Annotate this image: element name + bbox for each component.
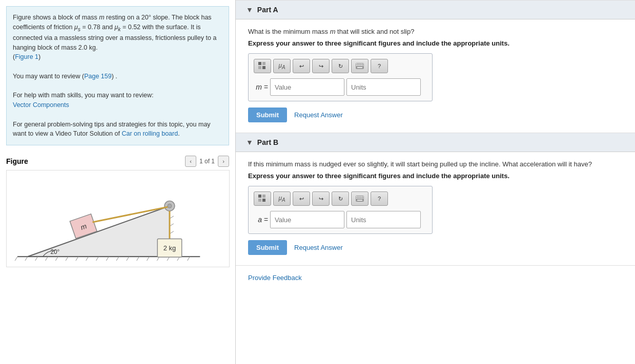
part-b-instruction: Express your answer to three significant… <box>248 172 623 180</box>
svg-line-4 <box>25 256 28 261</box>
svg-text:2 kg: 2 kg <box>163 244 176 252</box>
right-panel: ▼ Part A What is the minimum mass m that… <box>236 0 635 364</box>
part-a-var-label: m = <box>254 83 268 91</box>
figure1-link[interactable]: Figure 1 <box>15 53 38 60</box>
svg-line-15 <box>137 256 139 261</box>
part-a-keyboard-btn[interactable] <box>351 59 368 73</box>
part-a-grid-btn[interactable] <box>254 59 271 73</box>
part-a-question: What is the minimum mass m that will sti… <box>248 28 623 35</box>
part-a-input-row: m = <box>254 78 427 96</box>
figure-nav: ‹ 1 of 1 › <box>185 156 229 167</box>
part-a-request-link[interactable]: Request Answer <box>294 111 343 119</box>
info-paragraph4: For general problem-solving tips and str… <box>13 120 222 139</box>
provide-feedback-link[interactable]: Provide Feedback <box>236 266 635 290</box>
figure-section: Figure ‹ 1 of 1 › <box>6 156 229 267</box>
svg-rect-44 <box>360 63 362 65</box>
svg-point-29 <box>168 204 172 208</box>
svg-text:20°: 20° <box>50 248 59 255</box>
figure-canvas: m 20° 2 kg <box>6 170 230 267</box>
svg-line-12 <box>106 256 109 261</box>
svg-rect-37 <box>258 62 261 65</box>
svg-line-8 <box>66 256 68 261</box>
svg-line-11 <box>96 256 98 261</box>
svg-line-6 <box>46 256 48 261</box>
part-b-redo-btn[interactable]: ↪ <box>312 191 330 206</box>
left-panel: Figure shows a block of mass m resting o… <box>0 0 236 364</box>
svg-rect-63 <box>362 198 363 199</box>
part-b-grid-btn[interactable] <box>254 191 271 206</box>
svg-rect-56 <box>356 196 358 197</box>
info-paragraph3: For help with math skills, you may want … <box>13 91 222 100</box>
svg-rect-62 <box>360 198 362 199</box>
car-rolling-link[interactable]: Car on rolling board <box>121 130 178 137</box>
part-b-question: If this minimum mass is nudged ever so s… <box>248 160 623 168</box>
part-b-input-row: a = <box>254 211 427 228</box>
figure-next-btn[interactable]: › <box>218 156 229 167</box>
part-b-toolbar: μA ↩ ↪ ↻ <box>254 191 427 206</box>
svg-rect-52 <box>262 195 265 198</box>
svg-rect-38 <box>262 62 265 65</box>
part-a-action-row: Submit Request Answer <box>248 108 623 122</box>
part-a-header: ▼ Part A <box>236 1 635 19</box>
part-b-help-btn[interactable]: ? <box>371 191 388 206</box>
part-a-collapse-icon[interactable]: ▼ <box>246 6 253 14</box>
part-b-var-label: a = <box>254 216 268 224</box>
part-b-answer-box: μA ↩ ↪ ↻ <box>248 186 433 234</box>
info-paragraph2: You may want to review (Page 159) . <box>13 72 222 81</box>
part-a-units-input[interactable] <box>346 78 421 96</box>
svg-rect-50 <box>357 67 362 68</box>
part-b-keyboard-btn[interactable] <box>351 191 368 206</box>
svg-rect-59 <box>362 196 363 197</box>
svg-line-14 <box>127 256 129 261</box>
svg-rect-53 <box>258 199 261 202</box>
part-b-action-row: Submit Request Answer <box>248 240 623 255</box>
part-b-refresh-btn[interactable]: ↻ <box>332 191 349 206</box>
part-b-submit-btn[interactable]: Submit <box>248 240 287 255</box>
figure-header: Figure ‹ 1 of 1 › <box>6 156 229 167</box>
svg-line-10 <box>86 256 89 261</box>
svg-rect-43 <box>358 63 360 65</box>
svg-rect-51 <box>258 195 261 198</box>
figure-svg: m 20° 2 kg <box>7 170 229 267</box>
part-b-content: If this minimum mass is nudged ever so s… <box>236 152 635 265</box>
part-a-title: Part A <box>257 6 278 14</box>
part-b-value-input[interactable] <box>270 211 344 228</box>
svg-line-7 <box>55 256 58 261</box>
part-a-help-btn[interactable]: ? <box>371 59 388 73</box>
svg-rect-45 <box>362 63 363 65</box>
part-a-value-input[interactable] <box>270 78 344 96</box>
page159-link[interactable]: Page 159 <box>84 73 112 80</box>
part-a-instruction: Express your answer to three significant… <box>248 39 623 47</box>
svg-rect-48 <box>360 65 362 66</box>
part-b-collapse-icon[interactable]: ▼ <box>246 138 253 146</box>
svg-line-5 <box>35 256 38 261</box>
figure-prev-btn[interactable]: ‹ <box>185 156 196 167</box>
part-b-request-link[interactable]: Request Answer <box>294 244 343 251</box>
info-box: Figure shows a block of mass m resting o… <box>6 6 229 145</box>
svg-rect-39 <box>258 66 261 69</box>
svg-rect-46 <box>356 65 358 66</box>
svg-line-3 <box>15 256 17 261</box>
part-a-section: ▼ Part A What is the minimum mass m that… <box>236 1 635 133</box>
part-b-unit-btn[interactable]: μA <box>273 191 291 206</box>
part-a-toolbar: μA ↩ ↪ ↻ <box>254 59 427 73</box>
part-a-answer-box: μA ↩ ↪ ↻ <box>248 53 433 101</box>
figure-nav-text: 1 of 1 <box>199 158 215 165</box>
part-b-undo-btn[interactable]: ↩ <box>293 191 310 206</box>
part-b-title: Part B <box>257 138 278 146</box>
svg-rect-60 <box>356 198 358 199</box>
vector-components-link[interactable]: Vector Components <box>13 101 69 109</box>
part-a-submit-btn[interactable]: Submit <box>248 108 287 122</box>
svg-rect-49 <box>362 65 363 66</box>
part-a-unit-btn[interactable]: μA <box>273 59 291 73</box>
svg-rect-54 <box>262 199 265 202</box>
part-b-units-input[interactable] <box>346 211 421 228</box>
part-a-refresh-btn[interactable]: ↻ <box>332 59 349 73</box>
svg-rect-61 <box>358 198 360 199</box>
svg-rect-40 <box>262 66 265 69</box>
svg-rect-42 <box>356 63 358 65</box>
svg-line-20 <box>188 256 190 261</box>
figure-title: Figure <box>6 157 28 165</box>
part-a-undo-btn[interactable]: ↩ <box>293 59 310 73</box>
part-a-redo-btn[interactable]: ↪ <box>312 59 330 73</box>
